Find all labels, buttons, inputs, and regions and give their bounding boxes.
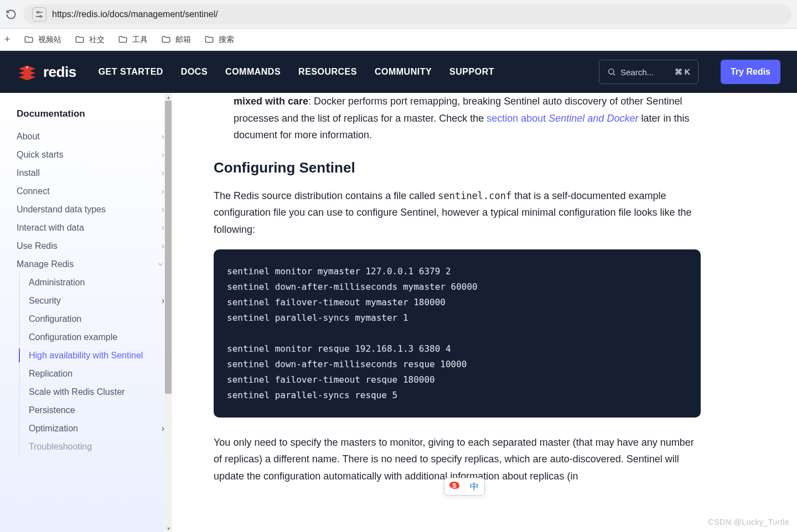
svg-point-1 xyxy=(37,11,39,13)
ime-indicator[interactable]: S 中 xyxy=(444,478,485,496)
scroll-up-icon[interactable]: ▴ xyxy=(164,93,172,101)
bookmark-label: 搜索 xyxy=(219,35,234,45)
sentinel-docker-link[interactable]: section about Sentinel and Docker xyxy=(487,113,638,124)
sidebar-item-use-redis[interactable]: Use Redis› xyxy=(17,237,164,255)
try-redis-button[interactable]: Try Redis xyxy=(721,60,780,84)
sidebar-item-install[interactable]: Install› xyxy=(17,164,164,182)
add-bookmark-button[interactable]: + xyxy=(4,34,11,45)
sidebar-sub-persistence[interactable]: Persistence xyxy=(29,401,164,419)
sidebar-item-interact[interactable]: Interact with data› xyxy=(17,218,164,237)
sidebar-sub-replication[interactable]: Replication xyxy=(29,364,164,383)
folder-icon xyxy=(24,35,34,45)
masters-paragraph: You only need to specify the masters to … xyxy=(214,434,701,485)
search-button[interactable]: Search... ⌘ K xyxy=(599,60,698,84)
sidebar-sub-sentinel[interactable]: High availability with Sentinel xyxy=(29,346,164,364)
chevron-down-icon xyxy=(157,260,164,268)
sidebar-sub-security[interactable]: Security› xyxy=(29,291,164,310)
folder-icon xyxy=(204,35,214,45)
url-text: https://redis.io/docs/management/sentine… xyxy=(52,9,218,19)
sidebar-sub-configuration-example[interactable]: Configuration example xyxy=(29,328,164,346)
sidebar-sub-cluster[interactable]: Scale with Redis Cluster xyxy=(29,383,164,401)
sidebar-scrollbar[interactable]: ▴ ▾ xyxy=(164,93,172,532)
nav-commands[interactable]: COMMANDS xyxy=(225,67,281,77)
sidebar-item-connect[interactable]: Connect› xyxy=(17,182,164,200)
sidebar-item-manage-redis[interactable]: Manage Redis xyxy=(17,255,164,273)
watermark-text: CSDN @Lucky_Turtle xyxy=(708,518,789,526)
svg-marker-6 xyxy=(19,74,35,80)
sidebar-item-quick-starts[interactable]: Quick starts› xyxy=(17,145,164,164)
nav-resources[interactable]: RESOURCES xyxy=(298,67,357,77)
browser-toolbar: https://redis.io/docs/management/sentine… xyxy=(0,0,797,29)
svg-point-8 xyxy=(609,69,614,74)
search-placeholder: Search... xyxy=(620,67,670,77)
ime-language-label: 中 xyxy=(464,478,484,495)
folder-icon xyxy=(118,35,128,45)
search-shortcut: ⌘ K xyxy=(675,67,690,76)
bookmark-item[interactable]: 搜索 xyxy=(204,35,234,45)
configuring-sentinel-heading: Configuring Sentinel xyxy=(214,159,701,176)
url-bar[interactable]: https://redis.io/docs/management/sentine… xyxy=(23,4,791,24)
svg-text:S: S xyxy=(452,482,456,489)
bookmark-label: 社交 xyxy=(89,35,105,45)
nav-community[interactable]: COMMUNITY xyxy=(375,67,432,77)
bookmark-label: 工具 xyxy=(132,35,148,45)
folder-icon xyxy=(75,35,85,45)
nav-support[interactable]: SUPPORT xyxy=(449,67,494,77)
intro-paragraph: The Redis source distribution contains a… xyxy=(214,187,701,238)
bookmark-label: 邮箱 xyxy=(175,35,191,45)
svg-line-9 xyxy=(613,74,615,75)
sidebar-sub-configuration[interactable]: Configuration xyxy=(29,310,164,328)
bookmark-bar: + 视频站 社交 工具 邮箱 搜索 xyxy=(0,29,797,51)
sentinel-conf-code: sentinel.conf xyxy=(438,190,511,201)
sidebar-item-about[interactable]: About› xyxy=(17,127,164,145)
bookmark-item[interactable]: 邮箱 xyxy=(161,35,191,45)
docs-sidebar: Documentation About› Quick starts› Insta… xyxy=(0,93,172,532)
sentinel-config-codeblock[interactable]: sentinel monitor mymaster 127.0.0.1 6379… xyxy=(214,249,701,418)
bookmark-label: 视频站 xyxy=(38,35,61,45)
text-bold: mixed with care xyxy=(234,96,308,107)
redis-logo-icon xyxy=(17,61,38,82)
bookmark-item[interactable]: 视频站 xyxy=(24,35,61,45)
folder-icon xyxy=(161,35,171,45)
docker-note-paragraph: mixed with care: Docker performs port re… xyxy=(214,93,701,144)
scroll-down-icon[interactable]: ▾ xyxy=(164,524,172,532)
sidebar-sub-administration[interactable]: Administration xyxy=(29,273,164,291)
reload-icon[interactable] xyxy=(6,9,17,20)
sidebar-item-data-types[interactable]: Understand data types› xyxy=(17,200,164,218)
scrollbar-thumb[interactable] xyxy=(165,101,172,394)
primary-nav: GET STARTED DOCS COMMANDS RESOURCES COMM… xyxy=(99,67,494,77)
sidebar-heading: Documentation xyxy=(17,108,164,119)
ime-logo-icon: S xyxy=(444,478,464,495)
nav-docs[interactable]: DOCS xyxy=(181,67,208,77)
bookmark-item[interactable]: 工具 xyxy=(118,35,148,45)
svg-point-3 xyxy=(40,15,42,17)
bookmark-item[interactable]: 社交 xyxy=(75,35,105,45)
logo-text: redis xyxy=(43,64,76,81)
logo[interactable]: redis xyxy=(17,61,76,82)
site-settings-icon[interactable] xyxy=(32,7,46,22)
search-icon xyxy=(607,67,616,76)
sidebar-sub-optimization[interactable]: Optimization› xyxy=(29,419,164,437)
sidebar-sub-troubleshooting[interactable]: Troubleshooting xyxy=(29,437,164,456)
nav-get-started[interactable]: GET STARTED xyxy=(99,67,163,77)
site-header: redis GET STARTED DOCS COMMANDS RESOURCE… xyxy=(0,51,797,93)
main-content: mixed with care: Docker performs port re… xyxy=(172,93,797,532)
